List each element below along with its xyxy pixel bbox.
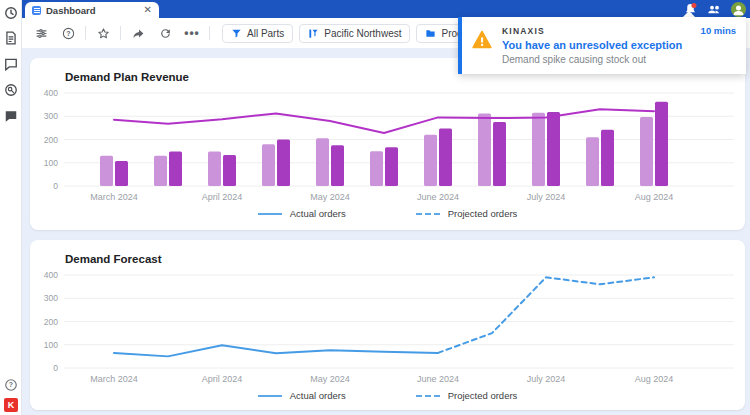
line-series: [114, 345, 438, 356]
y-tick-label: 300: [44, 111, 58, 121]
x-tick-label: Aug 2024: [635, 192, 674, 202]
y-tick-label: 200: [44, 135, 58, 145]
bar: [424, 135, 437, 186]
dashed-line-swatch: [416, 213, 440, 215]
svg-text:?: ?: [66, 29, 70, 36]
warning-triangle-icon: [470, 29, 494, 68]
x-tick-label: April 2024: [202, 374, 243, 384]
x-tick-label: Aug 2024: [635, 374, 674, 384]
tab-dashboard[interactable]: Dashboard ✕: [25, 2, 159, 18]
bar: [277, 140, 290, 187]
legend-projected-orders[interactable]: Projected orders: [416, 390, 518, 401]
y-tick-label: 100: [44, 340, 58, 350]
y-tick-label: 200: [44, 317, 58, 327]
demand-forecast-chart: 0100200300400March 2024April 2024May 202…: [34, 269, 745, 391]
x-tick-label: May 2024: [310, 374, 350, 384]
bar: [331, 145, 344, 186]
people-icon[interactable]: [707, 2, 722, 17]
x-tick-label: May 2024: [310, 192, 350, 202]
chart-title: Demand Forecast: [30, 240, 745, 265]
solid-line-swatch: [258, 395, 282, 397]
notification-toast[interactable]: KINAXIS 10 mins You have an unresolved e…: [458, 17, 746, 74]
legend-actual-orders[interactable]: Actual orders: [258, 390, 346, 401]
bar: [655, 102, 668, 186]
bar: [262, 144, 275, 186]
bar: [169, 152, 182, 186]
chat-bubble-icon[interactable]: [4, 57, 18, 71]
tab-close-icon[interactable]: ✕: [144, 2, 152, 18]
legend-actual-orders[interactable]: Actual orders: [258, 208, 346, 219]
bar: [223, 155, 236, 186]
toolbar-separator: [85, 26, 86, 40]
y-tick-label: 400: [44, 88, 58, 98]
share-icon[interactable]: [127, 23, 149, 43]
user-avatar[interactable]: [731, 2, 746, 17]
refresh-icon[interactable]: [154, 23, 176, 43]
help-circle-icon[interactable]: ?: [57, 23, 79, 43]
bar: [547, 112, 560, 186]
bar: [586, 137, 599, 186]
notification-title[interactable]: You have an unresolved exception: [502, 39, 736, 51]
document-icon[interactable]: [4, 31, 18, 45]
bar: [370, 151, 383, 186]
x-tick-label: June 2024: [417, 192, 459, 202]
comment-icon[interactable]: [4, 109, 18, 123]
demand-forecast-card: Demand Forecast 0100200300400March 2024A…: [30, 240, 745, 410]
kinaxis-logo[interactable]: K: [4, 398, 18, 412]
line-series: [114, 109, 654, 133]
dashboard-tab-icon: [32, 6, 41, 15]
chart-canvas: 0100200300400March 2024April 2024May 202…: [34, 269, 740, 387]
notification-time: 10 mins: [701, 25, 736, 36]
hierarchy-filter-icon: [308, 28, 319, 39]
bar: [115, 161, 128, 186]
bar: [208, 152, 221, 186]
bar: [640, 117, 653, 186]
help-icon[interactable]: ?: [4, 378, 18, 392]
x-tick-label: June 2024: [417, 374, 459, 384]
toolbar-separator: [120, 26, 121, 40]
folder-icon: [425, 28, 436, 39]
bar: [601, 130, 614, 186]
filter-funnel-icon: [231, 28, 242, 39]
bar: [478, 113, 491, 186]
legend-projected-orders[interactable]: Projected orders: [416, 208, 518, 219]
notification-description: Demand spike causing stock out: [502, 54, 736, 65]
clock-icon[interactable]: [4, 6, 18, 20]
solid-line-swatch: [258, 213, 282, 215]
x-tick-label: April 2024: [202, 192, 243, 202]
tab-title: Dashboard: [46, 5, 139, 16]
top-bar: Dashboard ✕: [22, 0, 750, 18]
x-tick-label: July 2024: [527, 192, 566, 202]
y-tick-label: 0: [53, 181, 58, 191]
more-icon[interactable]: •••: [181, 23, 203, 43]
bar: [439, 129, 452, 186]
chart-canvas: 0100200300400March 2024April 2024May 202…: [34, 87, 740, 205]
bar: [154, 156, 167, 186]
demand-plan-revenue-card: Demand Plan Revenue 0100200300400March 2…: [30, 58, 745, 230]
bar: [385, 147, 398, 186]
svg-text:?: ?: [9, 381, 13, 388]
chip-pacific-northwest[interactable]: Pacific Northwest: [299, 24, 410, 43]
chart-legend: Actual orders Projected orders: [30, 208, 745, 219]
x-tick-label: March 2024: [90, 374, 138, 384]
search-circle-icon[interactable]: [4, 83, 18, 97]
sliders-icon[interactable]: [30, 23, 52, 43]
toolbar-separator: [209, 26, 210, 40]
demand-plan-revenue-chart: 0100200300400March 2024April 2024May 202…: [34, 87, 745, 209]
y-tick-label: 300: [44, 293, 58, 303]
left-sidebar: ? K: [0, 0, 22, 415]
x-tick-label: July 2024: [527, 374, 566, 384]
notification-source: KINAXIS: [502, 26, 701, 36]
chart-legend: Actual orders Projected orders: [30, 390, 745, 401]
bar: [532, 113, 545, 186]
chip-all-parts[interactable]: All Parts: [222, 24, 293, 43]
bar: [493, 122, 506, 186]
star-icon[interactable]: [92, 23, 114, 43]
line-series: [438, 277, 654, 353]
bar: [316, 138, 329, 186]
y-tick-label: 400: [44, 270, 58, 280]
x-tick-label: March 2024: [90, 192, 138, 202]
dashed-line-swatch: [416, 395, 440, 397]
y-tick-label: 0: [53, 363, 58, 373]
bar: [100, 156, 113, 186]
